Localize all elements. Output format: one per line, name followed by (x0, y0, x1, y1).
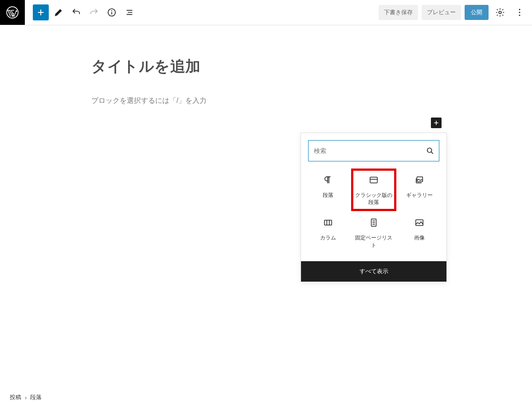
block-item-label: クラシック版の段落 (353, 192, 395, 206)
svg-point-5 (519, 12, 520, 13)
outline-button[interactable] (121, 4, 137, 20)
more-options-button[interactable] (512, 4, 528, 20)
block-item-image[interactable]: 画像 (396, 211, 442, 254)
block-inserter-popover: 段落 クラシック版の段落 ギャラリー (301, 133, 447, 282)
breadcrumb-root[interactable]: 投稿 (10, 393, 21, 401)
classic-editor-icon (368, 175, 379, 185)
block-item-gallery[interactable]: ギャラリー (396, 169, 442, 211)
block-grid: 段落 クラシック版の段落 ギャラリー (301, 169, 446, 261)
editor-canvas: タイトルを追加 ブロックを選択するには「/」を入力 (0, 25, 532, 106)
block-item-label: 画像 (414, 234, 425, 248)
settings-button[interactable] (492, 4, 508, 20)
svg-rect-8 (370, 177, 378, 183)
block-item-label: 段落 (323, 192, 333, 206)
redo-button[interactable] (86, 4, 102, 20)
block-item-columns[interactable]: カラム (305, 211, 351, 254)
image-icon (414, 217, 425, 228)
svg-rect-10 (325, 220, 332, 225)
wordpress-logo-icon[interactable] (0, 0, 25, 25)
block-search-input[interactable] (313, 147, 426, 155)
columns-icon (323, 217, 333, 228)
undo-button[interactable] (68, 4, 84, 20)
block-item-paragraph[interactable]: 段落 (305, 169, 351, 211)
publish-button[interactable]: 公開 (465, 5, 489, 20)
chevron-right-icon: › (25, 394, 27, 401)
show-all-blocks-button[interactable]: すべて表示 (301, 261, 446, 282)
svg-point-6 (519, 15, 520, 16)
block-placeholder-text[interactable]: ブロックを選択するには「/」を入力 (91, 96, 532, 106)
page-list-icon (368, 217, 379, 228)
top-toolbar: 下書き保存 プレビュー 公開 (0, 0, 532, 25)
gallery-icon (414, 175, 425, 185)
svg-point-4 (519, 9, 520, 10)
search-icon (426, 146, 434, 155)
svg-point-7 (427, 148, 432, 153)
block-item-label: 固定ページリスト (353, 234, 395, 248)
breadcrumb-current: 段落 (30, 393, 42, 401)
inline-add-block-button[interactable] (431, 118, 442, 128)
block-item-page-list[interactable]: 固定ページリスト (351, 211, 397, 254)
svg-point-2 (111, 10, 112, 11)
info-button[interactable] (104, 4, 120, 20)
svg-rect-9 (417, 177, 422, 182)
block-item-label: ギャラリー (406, 192, 433, 206)
preview-button[interactable]: プレビュー (422, 5, 461, 20)
add-block-button[interactable] (33, 4, 49, 20)
edit-tool-button[interactable] (51, 4, 66, 20)
paragraph-icon (323, 175, 333, 185)
post-title-input[interactable]: タイトルを追加 (91, 56, 532, 77)
block-item-classic-paragraph[interactable]: クラシック版の段落 (351, 169, 397, 211)
save-draft-button[interactable]: 下書き保存 (379, 5, 418, 20)
block-item-label: カラム (320, 234, 336, 248)
block-search-field (308, 140, 439, 161)
breadcrumb: 投稿 › 段落 (0, 391, 532, 404)
svg-point-3 (499, 11, 501, 14)
